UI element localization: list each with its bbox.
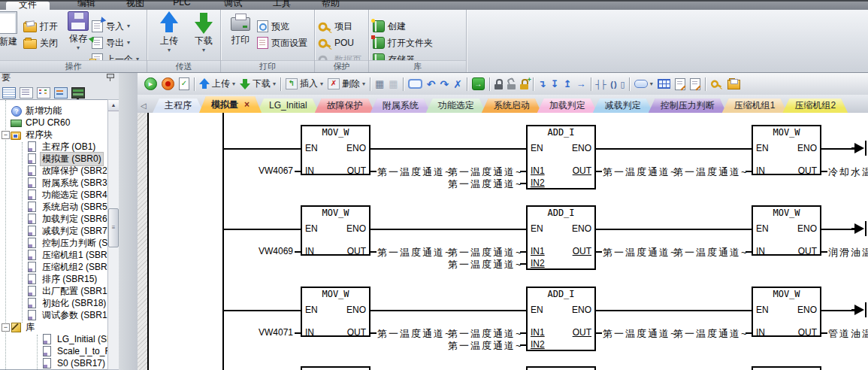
tree-item[interactable]: − 模拟量 (SBR0) — [0, 153, 107, 165]
tree-item[interactable]: − CPU CR60 — [0, 117, 107, 129]
operand-input-address[interactable]: VW4071 — [227, 327, 293, 338]
export-dropdown-icon[interactable]: ▾ — [127, 40, 130, 46]
tree-item[interactable]: − 功能选定 (SBR4) — [0, 189, 107, 201]
operand-channel-label[interactable]: 第一温度通道~ — [448, 177, 520, 191]
pin-in[interactable]: IN — [756, 327, 765, 338]
operand-channel-label[interactable]: 第一温度通道~ — [673, 246, 746, 259]
export-button[interactable]: 导出 ▾ — [92, 35, 130, 50]
editor-tab[interactable]: 模拟量× — [199, 96, 262, 113]
preview-button[interactable]: 预览 — [257, 19, 289, 34]
pin-in1[interactable]: IN1 — [531, 327, 545, 338]
open-library-folder-button[interactable]: 打开文件夹 — [373, 35, 433, 50]
pin-out[interactable]: OUT — [347, 165, 366, 176]
mov-block[interactable]: MOV_W EN ENO IN OUT — [301, 287, 370, 337]
selection-box-button[interactable] — [406, 79, 425, 89]
operand-input-address[interactable]: VW4069 — [227, 246, 293, 256]
add-block[interactable]: ADD_I EN ENO IN1 OUT IN2 — [526, 205, 596, 270]
network-view-button[interactable]: ▦ — [373, 79, 386, 89]
tree-item[interactable]: − 故障保护 (SBR2) — [0, 165, 107, 177]
operand-output-label[interactable]: 管道油温 — [828, 327, 868, 341]
pin-in[interactable]: IN — [305, 165, 314, 176]
addressing-button[interactable]: ▾ — [632, 80, 655, 88]
undo-button[interactable]: ↶ — [425, 79, 438, 89]
mov-block[interactable]: MOV_W EN ENO IN OUT — [752, 205, 821, 256]
upload-toolbar-button[interactable]: 上传 ▾ — [197, 77, 237, 90]
tree-item[interactable]: − 初始化 (SBR18) — [0, 297, 107, 309]
tree-item[interactable]: − 附属系统 (SBR3) — [0, 177, 107, 189]
scrollbar-thumb[interactable]: ≡ — [108, 208, 119, 247]
editor-tab[interactable]: 压缩机组1× — [722, 99, 788, 113]
dropdown-icon[interactable]: ▾ — [273, 81, 276, 87]
pin-in2[interactable]: IN2 — [531, 177, 545, 188]
tree-item[interactable]: − 程序块 — [0, 129, 107, 141]
tree-item[interactable]: − Scale_I_to_R — [0, 345, 107, 357]
project-protect-button[interactable]: 项目 — [319, 19, 352, 34]
cross-reference-icon[interactable] — [54, 87, 68, 99]
symbol-table-icon[interactable] — [2, 87, 16, 99]
pin-out[interactable]: OUT — [347, 246, 366, 256]
mov-block[interactable]: MOV_W EN ENO IN OUT — [752, 125, 821, 175]
mov-block[interactable]: MOV_W EN ENO IN OUT — [301, 205, 370, 256]
insert-box-button[interactable]: ▯ — [618, 79, 627, 89]
operand-channel-label[interactable]: 第一温度通道~ — [673, 165, 746, 179]
pin-in[interactable]: IN — [305, 327, 314, 338]
editor-tab[interactable]: 压缩机组2× — [782, 99, 848, 113]
edit-note-button[interactable] — [673, 78, 688, 90]
upload-button[interactable]: 上传 ▾ — [153, 11, 185, 53]
run-button[interactable]: ▶ — [142, 77, 159, 90]
dropdown-icon[interactable]: ▾ — [650, 81, 653, 87]
pin-in[interactable]: IN — [756, 165, 765, 176]
pou-protect-button[interactable]: POU — [319, 35, 354, 50]
editor-tab[interactable]: 加载判定× — [537, 99, 597, 113]
menu-tab-file[interactable]: 文件 — [6, 2, 50, 10]
pin-out[interactable]: OUT — [798, 246, 817, 256]
editor-tab[interactable]: 减载判定× — [593, 99, 653, 113]
editor-tab[interactable]: 主程序× — [153, 99, 204, 113]
tree-item[interactable]: − 减载判定 (SBR7) — [0, 225, 107, 237]
operand-channel-label[interactable]: 第一温度通道~ — [377, 165, 452, 179]
tree-item[interactable]: − LG_Initial (SB — [0, 333, 107, 345]
pin-out[interactable]: OUT — [573, 246, 591, 256]
address-table-button[interactable] — [655, 79, 673, 89]
scroll-up-icon[interactable]: ▲ — [108, 100, 119, 111]
pin-out[interactable]: OUT — [347, 327, 366, 338]
pin-in[interactable]: IN — [756, 246, 765, 256]
branch-down-button[interactable]: ↴ — [536, 79, 549, 89]
close-button[interactable]: 关闭 — [23, 35, 58, 50]
dropdown-icon[interactable]: ▾ — [232, 81, 235, 87]
operand-channel-label[interactable]: 第一温度通道~ — [377, 327, 452, 341]
menu-tab-plc[interactable]: PLC — [169, 0, 195, 10]
tree-item[interactable]: − 加载判定 (SBR6) — [0, 213, 107, 225]
monitor-icon[interactable] — [71, 87, 85, 99]
pin-out[interactable]: OUT — [573, 327, 591, 338]
status-chart-icon[interactable] — [20, 87, 33, 99]
tree-item[interactable]: − 排序 (SBR15) — [0, 273, 107, 285]
tree-item[interactable]: − 库 — [0, 321, 107, 333]
mov-block[interactable]: MOV_W EN ENO IN OUT — [752, 287, 821, 337]
editor-tab[interactable]: 附属系统× — [370, 99, 431, 113]
dropdown-icon[interactable]: ▾ — [320, 81, 323, 87]
editor-tab[interactable]: LG_Initial× — [257, 99, 319, 113]
tree-item[interactable]: − 系统启动 (SBR5) — [0, 201, 107, 213]
editor-tab[interactable]: 控制压力判断× — [649, 99, 727, 113]
download-dropdown-icon[interactable]: ▾ — [202, 47, 205, 53]
stop-button[interactable] — [159, 77, 177, 90]
line-up-button[interactable]: ↥ — [561, 79, 574, 89]
import-button[interactable]: 导入 ▾ — [92, 19, 130, 34]
mov-block[interactable]: MOV_W EN ENO IN OUT — [301, 125, 370, 175]
pou-properties-button[interactable] — [725, 78, 742, 89]
tab-scroll-left-icon[interactable]: ◁ — [141, 102, 147, 110]
line-right-button[interactable]: → — [574, 79, 588, 89]
save-button[interactable]: 保存 ▾ — [62, 11, 95, 51]
redo-button[interactable]: ↷ — [437, 79, 451, 89]
tab-close-icon[interactable]: × — [244, 99, 250, 110]
dropdown-icon[interactable]: ▾ — [362, 81, 365, 87]
line-down-button[interactable]: ↧ — [549, 79, 561, 89]
tree-item[interactable]: − 出厂配置 (SBR16 — [0, 285, 107, 297]
tree-scrollbar[interactable]: ▲ ≡ — [107, 99, 119, 370]
page-setup-button[interactable]: 页面设置 — [257, 35, 307, 50]
menu-tab-view[interactable]: 视图 — [120, 0, 150, 10]
operand-input-address[interactable]: VW4067 — [227, 165, 293, 176]
pin-in1[interactable]: IN1 — [531, 246, 545, 256]
edit-network-note-button[interactable] — [688, 78, 703, 90]
